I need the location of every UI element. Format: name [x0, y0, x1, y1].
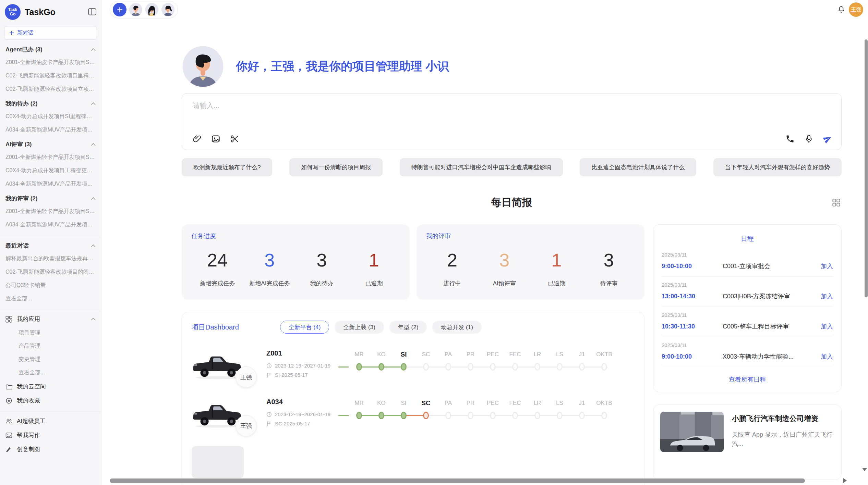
scroll-right-arrow[interactable]: [843, 478, 847, 483]
sidebar-tool-writing[interactable]: 帮我写作: [0, 428, 101, 442]
stat-label: AI预评审: [484, 279, 525, 287]
collapse-sidebar-icon[interactable]: [88, 8, 96, 16]
stat-item: 1已逾期: [536, 250, 577, 287]
sidebar-task-item[interactable]: Z001-全新燃油轻卡产品开发项目SI造型提交物评审: [0, 151, 101, 164]
milestone-pa: PA: [437, 350, 459, 371]
my-apps-item[interactable]: 变更管理: [0, 353, 101, 366]
sidebar-task-item[interactable]: Z001-全新燃油轻卡产品开发项目SI节点属性5D文件评审: [0, 205, 101, 218]
event-join-link[interactable]: 加入: [821, 292, 833, 300]
horizontal-scrollbar[interactable]: [110, 478, 805, 483]
view-all-schedule-link[interactable]: 查看所有日程: [662, 367, 833, 386]
member-avatar-3[interactable]: [161, 3, 175, 16]
sidebar-section-header[interactable]: AI评审 (3): [0, 137, 101, 151]
sidebar-task-item[interactable]: C0X4-动力总成开发项目工程变更评审: [0, 164, 101, 177]
news-card[interactable]: 小鹏飞行汽车制造公司增资 天眼查 App 显示，近日广州汇天飞行汽...: [653, 405, 842, 480]
dashboard-tab[interactable]: 全新平台 (4): [280, 321, 329, 334]
event-join-link[interactable]: 加入: [821, 352, 833, 361]
sidebar-task-item[interactable]: A034-全新新能源MUV产品开发项目计划变更表编写: [0, 123, 101, 137]
my-apps-header[interactable]: 我的应用: [0, 312, 101, 326]
milestone-dot: [445, 363, 451, 371]
milestone-label: SI: [393, 399, 415, 408]
sidebar-task-item[interactable]: C02-飞腾新能源轻客改款项目立项汇报方案: [0, 83, 101, 96]
my-apps-item[interactable]: 项目管理: [0, 326, 101, 339]
suggestion-chip[interactable]: 如何写一份清晰的项目周报: [289, 158, 383, 176]
my-apps-item[interactable]: 产品管理: [0, 339, 101, 353]
user-avatar[interactable]: 王强: [849, 2, 863, 17]
flag-icon: [266, 421, 272, 426]
vertical-scrollbar[interactable]: [865, 39, 868, 297]
milestone-ko: KO: [370, 399, 393, 419]
dashboard-tab[interactable]: 全新上装 (3): [335, 321, 384, 334]
milestone-dot: [512, 363, 518, 371]
suggestion-chip[interactable]: 欧洲新规最近颁布了什么?: [182, 158, 272, 176]
sidebar-task-item[interactable]: Z001-全新燃油皮卡产品开发项目SI节点Lesson Learn报告: [0, 56, 101, 69]
milestone-oktb: OKTB: [593, 350, 615, 371]
sidebar-section-header[interactable]: 我的待办 (2): [0, 96, 101, 110]
sidebar-task-item[interactable]: C02-飞腾新能源轻客改款项目里程碑画布: [0, 69, 101, 83]
member-avatar-2[interactable]: [145, 3, 159, 16]
event-join-link[interactable]: 加入: [821, 322, 833, 331]
milestone-lr: LR: [526, 399, 548, 419]
pen-icon: [5, 446, 12, 453]
stat-item: 3我的待办: [301, 250, 342, 287]
insert-image-icon[interactable]: [211, 134, 220, 144]
stat-item: 3待评审: [588, 250, 629, 287]
milestone-label: SC: [415, 350, 437, 359]
suggestion-chip[interactable]: 当下年轻人对汽车外观有怎样的喜好趋势: [713, 158, 842, 176]
notifications-bell-icon[interactable]: [837, 5, 845, 14]
milestone-label: PR: [459, 399, 482, 408]
dashboard-tab[interactable]: 动总开发 (1): [432, 321, 482, 334]
scroll-down-arrow[interactable]: [862, 468, 867, 471]
stats-card-title: 我的评审: [426, 232, 635, 240]
project-date-range: 2023-12-19~2026-01-19: [266, 411, 348, 417]
briefing-header: 每日简报: [182, 196, 842, 210]
app-title: TaskGo: [25, 7, 88, 17]
sidebar-task-item[interactable]: C0X4-动力总成开发项目SI里程碑提交物检查: [0, 110, 101, 123]
project-row[interactable]: 王强A0342023-12-19~2026-01-19SC-2025-05-17…: [192, 397, 635, 431]
sidebar-tool-pen[interactable]: 创意制图: [0, 442, 101, 456]
milestone-oktb: OKTB: [593, 399, 615, 419]
project-row[interactable]: 王强Z0012023-12-19~2027-01-19SI-2025-05-17…: [192, 349, 635, 382]
event-date: 2025/03/11: [662, 342, 833, 348]
milestone-dot: [490, 363, 496, 371]
content: 你好，王强，我是你的项目管理助理 小识 欧洲新规最近颁布了什么?如何写一份清晰的…: [101, 19, 868, 485]
milestone-label: OKTB: [593, 350, 615, 359]
recent-conversation-item[interactable]: 解释最新出台的欧盟报废车法规再生塑料比例被调至15%...: [0, 252, 101, 265]
suggestion-chip[interactable]: 特朗普可能对进口汽车增税会对中国车企造成哪些影响: [400, 158, 563, 176]
sidebar: Task Go TaskGo 新对话 Agent已办 (3)Z001-全新燃油皮…: [0, 0, 101, 485]
recent-view-all-link[interactable]: 查看全部...: [0, 292, 101, 306]
project-info: A0342023-12-19~2026-01-19SC-2025-05-17: [266, 397, 348, 430]
milestone-dot: [512, 412, 518, 419]
briefing-layout-icon[interactable]: [832, 198, 841, 207]
recent-conversation-item[interactable]: C02-飞腾新能源轻客改款项目的闭环通告反馈情况: [0, 265, 101, 279]
milestone-label: PA: [437, 399, 459, 408]
send-message-icon[interactable]: [823, 134, 832, 144]
sidebar-link-favorites[interactable]: 我的收藏: [0, 394, 101, 408]
member-avatar-1[interactable]: [129, 3, 143, 16]
event-time: 10:30-11:30: [662, 323, 723, 330]
sidebar-section-header[interactable]: Agent已办 (3): [0, 42, 101, 56]
voice-call-icon[interactable]: [785, 134, 795, 144]
microphone-icon[interactable]: [804, 134, 813, 144]
new-chat-button[interactable]: 新对话: [4, 26, 97, 40]
event-join-link[interactable]: 加入: [821, 262, 833, 270]
my-apps-item[interactable]: 查看全部...: [0, 366, 101, 380]
sidebar-task-item[interactable]: A034-全新新能源MUV产品开发项目法规符合性评审: [0, 177, 101, 191]
stat-item: 1已逾期: [353, 250, 395, 287]
milestone-pec: PEC: [482, 350, 504, 371]
schedule-event: 2025/03/1113:00-14:30C003|H0B-方案冻结评审加入: [662, 277, 833, 307]
screenshot-scissors-icon[interactable]: [230, 134, 239, 144]
sidebar-section-header[interactable]: 我的评审 (2): [0, 191, 101, 205]
attach-file-icon[interactable]: [192, 134, 202, 144]
chat-input[interactable]: [193, 102, 663, 110]
suggestion-chip[interactable]: 比亚迪全固态电池计划具体说了什么: [580, 158, 696, 176]
sidebar-task-item[interactable]: A034-全新新能源MUV产品开发项目造型可行性评审: [0, 218, 101, 232]
recent-section-header[interactable]: 最近对话: [0, 238, 101, 252]
sidebar-tool-people[interactable]: AI超级员工: [0, 414, 101, 428]
sidebar-link-cloud-space[interactable]: 我的云空间: [0, 380, 101, 394]
dashboard-tab[interactable]: 年型 (2): [389, 321, 427, 334]
briefing-right-column: 日程 2025/03/119:00-10:00C001-立项审批会加入2025/…: [653, 224, 842, 480]
add-member-button[interactable]: [113, 3, 126, 16]
event-time: 9:00-10:00: [662, 353, 723, 360]
recent-conversation-item[interactable]: 公司Q3轻卡销量: [0, 279, 101, 292]
